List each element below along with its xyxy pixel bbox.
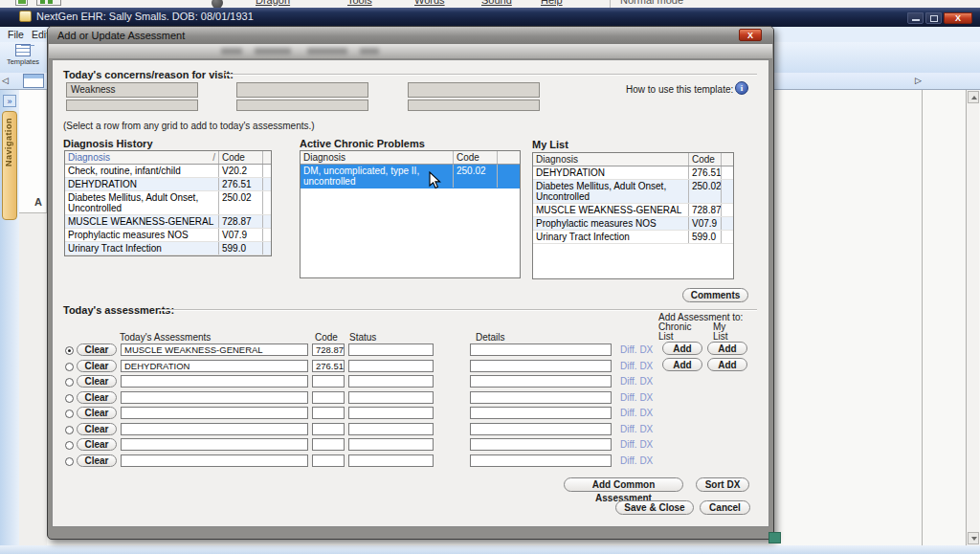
code-input[interactable] [312,438,345,451]
grid-row[interactable]: Check, routine, infant/childV20.2 [65,165,271,178]
grid-row[interactable]: Diabetes Mellitus, Adult Onset, Uncontro… [65,191,271,215]
grid-row[interactable]: Prophylactic measures NOSV07.9 [65,229,271,242]
assessment-radio[interactable] [65,346,74,355]
grid-row[interactable]: MUSCLE WEAKNESS-GENERAL728.87 [65,215,271,229]
assessment-input[interactable] [121,391,308,404]
assessment-input[interactable] [121,375,308,388]
menu-file[interactable]: File [8,29,24,40]
concern-input-1b[interactable] [66,100,198,111]
grid-header[interactable]: DiagnosisCode [301,151,520,165]
assessment-input[interactable]: DEHYDRATION [121,360,308,372]
assessment-radio[interactable] [65,441,74,450]
diff-dx-link[interactable]: Diff. DX [620,439,653,450]
code-input[interactable] [312,454,345,467]
scroll-right-icon[interactable]: ▷ [915,76,922,85]
assessment-radio[interactable] [65,426,74,434]
expand-panel-button[interactable]: » [3,95,16,107]
code-input[interactable] [312,391,345,404]
grid-row[interactable]: Urinary Tract Infection599.0 [533,231,733,244]
add-to-my-list-button[interactable]: Add [707,358,747,371]
info-icon[interactable]: i [735,81,748,95]
diagnosis-column-header[interactable]: Diagnosis [301,151,454,164]
active-chronic-problems-grid[interactable]: DiagnosisCodeDM, uncomplicated, type II,… [300,150,521,278]
status-input[interactable] [348,343,434,356]
add-to-chronic-list-button[interactable]: Add [662,358,702,371]
grid-row[interactable]: Urinary Tract Infection599.0 [65,242,271,255]
diagnosis-column-header[interactable]: Diagnosis [533,153,689,166]
grid-header[interactable]: Diagnosis/Code [65,151,271,165]
vertical-scrollbar[interactable] [966,90,979,545]
sort-dx-button[interactable]: Sort DX [696,477,749,492]
grid-row[interactable]: DEHYDRATION276.51 [65,178,271,191]
concern-input-3b[interactable] [408,100,540,111]
dragon-icon-2[interactable] [36,0,61,6]
status-input[interactable] [348,407,434,419]
menu-dragon[interactable]: Dragon [256,0,290,6]
status-input[interactable] [348,360,434,372]
assessment-input[interactable]: MUSCLE WEAKNESS-GENERAL [121,343,308,356]
dragon-logo-icon[interactable] [212,0,223,8]
comments-button[interactable]: Comments [682,288,748,302]
status-input[interactable] [348,454,434,467]
diff-dx-link[interactable]: Diff. DX [620,392,653,403]
details-input[interactable] [470,375,612,388]
grid-row[interactable]: DM, uncomplicated, type II, uncontrolled… [301,165,520,188]
close-button[interactable]: X [944,12,972,24]
scroll-up-icon[interactable] [968,91,979,103]
details-input[interactable] [470,423,612,435]
my-list-grid[interactable]: DiagnosisCodeDEHYDRATION276.51Diabetes M… [532,152,734,279]
assessment-radio[interactable] [65,378,74,387]
clear-button[interactable]: Clear [77,438,117,451]
details-input[interactable] [470,438,612,451]
assessment-radio[interactable] [65,457,74,466]
add-common-assessment-button[interactable]: Add Common Assessment [564,477,683,492]
menu-sound[interactable]: Sound [481,0,512,6]
code-input[interactable] [312,423,345,435]
diff-dx-link[interactable]: Diff. DX [620,376,653,387]
add-to-chronic-list-button[interactable]: Add [662,342,702,355]
add-to-my-list-button[interactable]: Add [707,342,747,355]
diff-dx-link[interactable]: Diff. DX [620,455,653,466]
diagnosis-history-grid[interactable]: Diagnosis/CodeCheck, routine, infant/chi… [64,150,272,256]
save-and-close-button[interactable]: Save & Close [615,500,694,515]
concern-input-3a[interactable] [408,82,540,98]
code-input[interactable] [312,407,345,419]
assessment-input[interactable] [121,454,308,467]
scroll-down-icon[interactable] [968,532,979,544]
diff-dx-link[interactable]: Diff. DX [620,424,653,434]
diff-dx-link[interactable]: Diff. DX [620,361,653,371]
diff-dx-link[interactable]: Diff. DX [620,344,653,355]
details-input[interactable] [470,454,612,467]
menu-help[interactable]: Help [541,0,563,6]
status-input[interactable] [348,438,434,451]
menu-tools[interactable]: Tools [347,0,372,6]
dragon-icon-1[interactable] [15,0,28,6]
minimize-button[interactable] [907,12,924,24]
details-input[interactable] [470,360,612,372]
grid-row[interactable]: Prophylactic measures NOSV07.9 [533,217,733,231]
clear-button[interactable]: Clear [77,360,117,372]
concern-input-2a[interactable] [236,82,368,98]
cancel-button[interactable]: Cancel [700,500,750,515]
clear-button[interactable]: Clear [77,343,117,356]
grid-header[interactable]: DiagnosisCode [533,153,733,166]
assessment-radio[interactable] [65,394,74,403]
scroll-left-icon[interactable]: ◁ [2,76,9,85]
assessment-input[interactable] [121,423,308,435]
code-column-header[interactable]: Code [454,151,498,164]
grid-row[interactable]: MUSCLE WEAKNESS-GENERAL728.87 [533,204,733,217]
resize-grip[interactable] [768,532,781,543]
grid-row[interactable]: Diabetes Mellitus, Adult Onset, Uncontro… [533,180,733,204]
details-input[interactable] [470,343,612,356]
assessment-radio[interactable] [65,363,74,371]
code-input[interactable]: 728.87 [312,343,345,356]
details-input[interactable] [470,407,612,419]
clear-button[interactable]: Clear [77,375,117,388]
status-input[interactable] [348,391,434,404]
concern-input-2b[interactable] [236,100,368,111]
maximize-button[interactable] [925,12,942,24]
clear-button[interactable]: Clear [77,423,117,435]
diff-dx-link[interactable]: Diff. DX [620,408,653,418]
menu-words[interactable]: Words [414,0,445,6]
code-column-header[interactable]: Code [219,151,263,164]
